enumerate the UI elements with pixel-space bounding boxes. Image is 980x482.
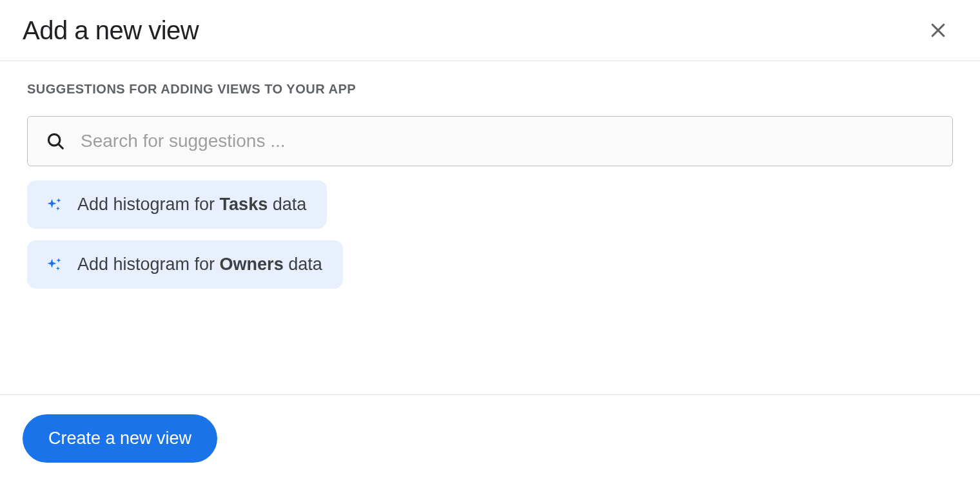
- sparkle-icon: [45, 196, 63, 214]
- dialog-header: Add a new view: [0, 0, 980, 61]
- suggestion-text: Add histogram for Tasks data: [77, 195, 306, 215]
- close-icon: [928, 21, 948, 40]
- close-button[interactable]: [923, 15, 953, 45]
- search-container[interactable]: [27, 116, 953, 166]
- suggestion-text: Add histogram for Owners data: [77, 255, 322, 275]
- search-icon: [46, 131, 65, 151]
- sparkle-icon: [45, 256, 63, 274]
- suggestion-chip[interactable]: Add histogram for Owners data: [27, 240, 343, 289]
- section-label: SUGGESTIONS FOR ADDING VIEWS TO YOUR APP: [27, 82, 953, 97]
- create-view-button[interactable]: Create a new view: [23, 414, 217, 463]
- suggestion-chip[interactable]: Add histogram for Tasks data: [27, 180, 327, 229]
- search-input[interactable]: [81, 131, 934, 151]
- svg-line-3: [59, 144, 63, 148]
- dialog-content: SUGGESTIONS FOR ADDING VIEWS TO YOUR APP…: [0, 61, 980, 300]
- dialog-footer: Create a new view: [0, 394, 980, 482]
- dialog-title: Add a new view: [23, 16, 199, 45]
